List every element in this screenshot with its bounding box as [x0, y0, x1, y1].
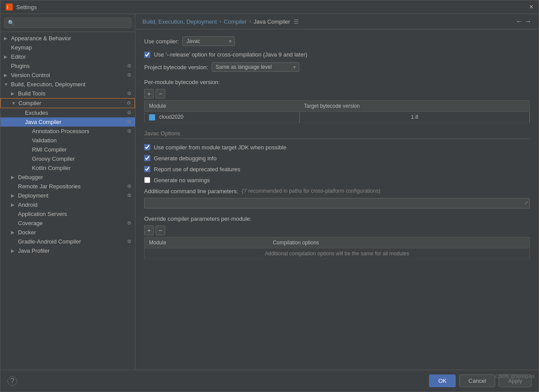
sidebar-item-label: Android: [18, 201, 131, 208]
sidebar-item-label: Debugger: [18, 174, 131, 180]
app-icon: i: [6, 4, 13, 11]
module-toolbar: + −: [144, 89, 530, 99]
sidebar-item-groovy-compiler[interactable]: Groovy Compiler: [0, 154, 135, 163]
sidebar-item-application-servers[interactable]: Application Servers: [0, 209, 135, 219]
compiler-select[interactable]: Javac Eclipse Ajc: [182, 36, 235, 46]
search-input[interactable]: [4, 18, 131, 28]
sidebar-item-android[interactable]: ▶ Android: [0, 200, 135, 209]
sidebar-item-annotation-processors[interactable]: Annotation Processors ⚙: [0, 127, 135, 136]
table-row: cloud2020 1.8: [145, 112, 530, 123]
sidebar-item-label: Build Tools: [18, 90, 125, 97]
sidebar-item-label: Kotlin Compiler: [32, 165, 131, 171]
bytecode-select-wrapper: Same as language level 8 9 10 11 17 ▼: [212, 62, 299, 72]
sidebar-item-label: Excludes: [25, 109, 125, 116]
sidebar-item-debugger[interactable]: ▶ Debugger: [0, 173, 135, 182]
sidebar-item-coverage[interactable]: Coverage ⚙: [0, 219, 135, 228]
sidebar-item-remote-jar[interactable]: Remote Jar Repositories ⚙: [0, 182, 135, 191]
sidebar-item-excludes[interactable]: Excludes ⚙: [0, 108, 135, 117]
add-override-button[interactable]: +: [144, 226, 154, 235]
nav-back-button[interactable]: ←: [516, 18, 523, 25]
sidebar-item-label: Appearance & Behavior: [11, 35, 131, 42]
sidebar-item-label: Application Servers: [18, 211, 131, 217]
sidebar-item-label: Editor: [11, 53, 131, 60]
help-button[interactable]: ?: [7, 376, 17, 386]
cancel-button[interactable]: Cancel: [459, 374, 495, 387]
nav-forward-button[interactable]: →: [525, 18, 532, 25]
sidebar-item-appearance[interactable]: ▶ Appearance & Behavior: [0, 34, 135, 43]
sidebar-item-deployment[interactable]: ▶ Deployment ⚙: [0, 191, 135, 200]
expand-arrow: ▶: [11, 175, 18, 180]
sidebar-item-rmi-compiler[interactable]: RMI Compiler: [0, 145, 135, 154]
sidebar-item-gradle-android[interactable]: Gradle-Android Compiler ⚙: [0, 237, 135, 246]
sidebar-item-compiler[interactable]: ▼ Compiler ⚙: [0, 98, 135, 108]
main-content: Build, Execution, Deployment › Compiler …: [135, 14, 539, 370]
compiler-select-wrapper: Javac Eclipse Ajc ▼: [182, 36, 235, 46]
title-bar: i Settings ×: [0, 0, 539, 14]
javac-option-label-2[interactable]: Report use of deprecated features: [154, 166, 240, 173]
sidebar-item-build-execution[interactable]: ▼ Build, Execution, Deployment: [0, 80, 135, 89]
sidebar: ▶ Appearance & Behavior Keymap ▶ Editor …: [0, 14, 135, 370]
sidebar-item-docker[interactable]: ▶ Docker: [0, 228, 135, 237]
sidebar-item-label: Java Profiler: [18, 247, 131, 254]
override-empty-row: Additional compilation options will be t…: [145, 248, 530, 259]
sidebar-item-version-control[interactable]: ▶ Version Control ⚙: [0, 71, 135, 80]
sidebar-item-label: Version Control: [11, 72, 125, 78]
add-module-button[interactable]: +: [144, 89, 154, 99]
release-option-label[interactable]: Use '--release' option for cross-compila…: [154, 51, 307, 58]
sidebar-item-kotlin-compiler[interactable]: Kotlin Compiler: [0, 163, 135, 173]
bytecode-version-select[interactable]: Same as language level 8 9 10 11 17: [212, 62, 299, 72]
breadcrumb-sep-1: ›: [220, 18, 221, 25]
remove-override-button[interactable]: −: [156, 226, 165, 235]
override-table: Module Compilation options Additional co…: [144, 237, 530, 259]
module-name-cell: cloud2020: [145, 112, 300, 123]
sidebar-item-java-compiler[interactable]: Java Compiler ⚙: [0, 117, 135, 127]
target-version-cell[interactable]: 1.8: [300, 112, 530, 123]
override-label: Override compiler parameters per-module:: [144, 215, 530, 222]
window-title: Settings: [16, 4, 529, 11]
sidebar-item-java-profiler[interactable]: ▶ Java Profiler: [0, 246, 135, 255]
sidebar-item-build-tools[interactable]: ▶ Build Tools ⚙: [0, 89, 135, 98]
expand-input-button[interactable]: ⤢: [524, 200, 528, 206]
javac-checkbox-3[interactable]: [144, 177, 150, 183]
additional-cmd-label: Additional command line parameters:: [144, 188, 238, 194]
settings-dialog: i Settings × ▶ Appearance & Behavior Key…: [0, 0, 539, 392]
settings-icon: ⚙: [127, 239, 131, 244]
close-button[interactable]: ×: [529, 3, 533, 11]
content-area: Use compiler: Javac Eclipse Ajc ▼ Use '-…: [135, 29, 539, 370]
javac-options-divider: Javac Options: [144, 130, 530, 139]
module-name: cloud2020: [159, 114, 183, 120]
breadcrumb-build[interactable]: Build, Execution, Deployment: [142, 18, 217, 25]
sidebar-item-label: Validation: [32, 137, 131, 144]
sidebar-item-plugins[interactable]: Plugins ⚙: [0, 61, 135, 71]
breadcrumb-current: Java Compiler: [254, 18, 290, 25]
javac-checkbox-2[interactable]: [144, 166, 150, 172]
sidebar-item-label: Remote Jar Repositories: [18, 183, 125, 190]
javac-checkbox-0[interactable]: [144, 144, 150, 150]
expand-arrow: ▶: [11, 230, 18, 235]
ok-button[interactable]: OK: [429, 374, 456, 387]
breadcrumb-compiler[interactable]: Compiler: [224, 18, 247, 25]
additional-cmd-input[interactable]: [144, 198, 530, 208]
nav-arrows: ← →: [516, 18, 532, 25]
release-option-checkbox[interactable]: [144, 52, 150, 58]
settings-icon: ⚙: [127, 72, 131, 78]
sidebar-item-label: Java Compiler: [25, 119, 125, 125]
sidebar-item-keymap[interactable]: Keymap: [0, 43, 135, 52]
remove-module-button[interactable]: −: [156, 89, 165, 99]
sidebar-tree: ▶ Appearance & Behavior Keymap ▶ Editor …: [0, 32, 135, 370]
per-module-label: Per-module bytecode version:: [144, 79, 530, 85]
sidebar-item-label: Build, Execution, Deployment: [11, 81, 131, 88]
sidebar-item-label: Deployment: [18, 192, 125, 199]
javac-option-label-1[interactable]: Generate debugging info: [154, 155, 216, 162]
sidebar-item-label: RMI Compiler: [32, 146, 131, 153]
sidebar-item-validation[interactable]: Validation: [0, 136, 135, 145]
javac-checkbox-1[interactable]: [144, 155, 150, 161]
javac-option-label-3[interactable]: Generate no warnings: [154, 177, 210, 184]
settings-icon: ⚙: [127, 220, 131, 226]
sidebar-item-editor[interactable]: ▶ Editor: [0, 52, 135, 61]
javac-option-label-0[interactable]: Use compiler from module target JDK when…: [154, 144, 287, 151]
settings-icon: ⚙: [127, 128, 131, 134]
additional-cmd-input-wrapper: ⤢: [144, 198, 530, 208]
expand-arrow: ▼: [11, 101, 18, 106]
breadcrumb-menu-icon[interactable]: ☰: [294, 18, 299, 25]
